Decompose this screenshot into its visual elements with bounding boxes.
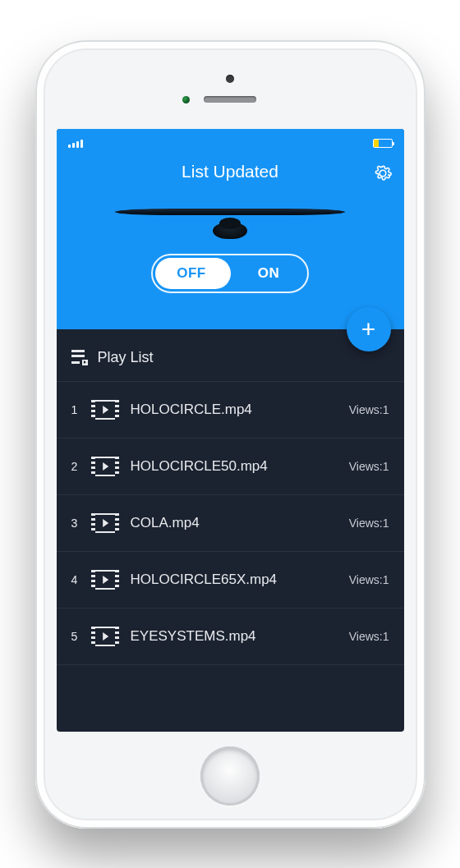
playlist-item[interactable]: 4HOLOCIRCLE65X.mp4Views:1 xyxy=(57,552,404,609)
gear-icon xyxy=(373,163,393,183)
video-file-icon xyxy=(91,400,119,420)
toggle-on-label: ON xyxy=(230,265,307,282)
toggle-off-label: OFF xyxy=(153,265,230,282)
app-header: List Updated OFF ON + xyxy=(57,129,404,329)
plus-icon: + xyxy=(361,315,376,343)
battery-icon xyxy=(373,139,393,148)
playlist-item-views: Views:1 xyxy=(349,460,389,473)
phone-camera-dot xyxy=(226,75,234,83)
phone-speaker xyxy=(204,96,256,103)
settings-button[interactable] xyxy=(373,163,393,186)
video-file-icon xyxy=(91,457,119,476)
playlist: 1HOLOCIRCLE.mp4Views:12HOLOCIRCLE50.mp4V… xyxy=(57,382,404,732)
playlist-item[interactable]: 5EYESYSTEMS.mp4Views:1 xyxy=(57,609,404,665)
playlist-item-index: 3 xyxy=(71,517,80,530)
playlist-item-views: Views:1 xyxy=(349,630,389,643)
status-bar xyxy=(68,135,393,152)
phone-proximity-sensor xyxy=(182,96,190,103)
page-title: List Updated xyxy=(182,162,278,181)
playlist-item-index: 5 xyxy=(71,630,80,643)
playlist-item-views: Views:1 xyxy=(349,403,389,416)
phone-frame: List Updated OFF ON + xyxy=(35,40,426,829)
playlist-item-views: Views:1 xyxy=(349,517,389,530)
playlist-item[interactable]: 1HOLOCIRCLE.mp4Views:1 xyxy=(57,382,404,439)
signal-icon xyxy=(68,140,83,148)
playlist-item-views: Views:1 xyxy=(349,573,389,586)
playlist-title: Play List xyxy=(98,349,154,366)
add-button[interactable]: + xyxy=(347,307,391,351)
playlist-item-index: 4 xyxy=(71,573,80,586)
playlist-item-name: EYESYSTEMS.mp4 xyxy=(131,628,338,645)
playlist-item-name: HOLOCIRCLE.mp4 xyxy=(131,402,338,418)
home-button[interactable] xyxy=(200,746,260,806)
video-file-icon xyxy=(91,513,119,533)
playlist-item-name: HOLOCIRCLE50.mp4 xyxy=(131,458,338,475)
app-screen: List Updated OFF ON + xyxy=(57,129,404,732)
playlist-item-index: 2 xyxy=(71,460,80,473)
video-file-icon xyxy=(91,627,119,646)
holo-device-illustration xyxy=(115,200,345,239)
playlist-item[interactable]: 2HOLOCIRCLE50.mp4Views:1 xyxy=(57,439,404,495)
video-file-icon xyxy=(91,570,119,590)
playlist-icon xyxy=(71,350,88,365)
power-toggle[interactable]: OFF ON xyxy=(151,254,309,293)
playlist-item-name: HOLOCIRCLE65X.mp4 xyxy=(131,572,338,588)
playlist-item-name: COLA.mp4 xyxy=(131,515,338,531)
playlist-item[interactable]: 3COLA.mp4Views:1 xyxy=(57,495,404,552)
playlist-item-index: 1 xyxy=(71,403,80,416)
